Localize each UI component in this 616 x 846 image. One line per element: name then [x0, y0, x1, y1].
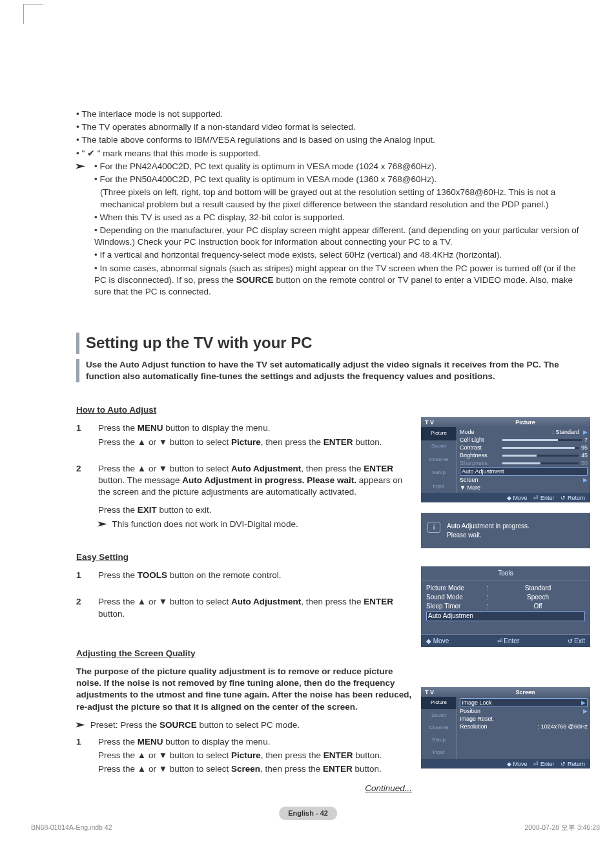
easy-step-1: 1 Press the TOOLS button on the remote c…: [76, 570, 412, 583]
sub-bullet: For the PN42A400C2D, PC text quality is …: [99, 161, 436, 171]
page-number-badge: English - 42: [279, 807, 337, 820]
right-arrow-icon: ▶: [583, 428, 588, 436]
nav-picture: Picture: [421, 427, 457, 440]
osd-screen-menu: T VScreen Picture Sound Channel Setup In…: [421, 687, 590, 769]
nav-sound: Sound: [421, 709, 457, 721]
page: • The interlace mode is not supported. •…: [0, 0, 616, 846]
nav-picture: Picture: [421, 697, 457, 709]
nav-channel: Channel: [421, 453, 457, 466]
section-intro: Use the Auto Adjust function to have the…: [76, 359, 590, 382]
sub-bullet: If a vertical and horizontal frequency-s…: [99, 250, 502, 260]
footer-right: 2008-07-28 오후 3:46:28: [524, 823, 600, 832]
crop-mark: [23, 4, 43, 24]
section-heading: Setting up the TV with your PC: [76, 333, 590, 353]
arrow-icon: ➤: [97, 519, 108, 529]
footer-left: BN68-01814A-Eng.indb 42: [31, 823, 112, 832]
bullet-text: " mark means that this mode is supported…: [95, 149, 260, 158]
arrow-icon: ➤: [75, 162, 86, 172]
osd-tools-menu: Tools Picture Mode:Standard Sound Mode:S…: [421, 566, 590, 647]
sub-bullet: When this TV is used as a PC display, 32…: [99, 212, 344, 222]
right-arrow-icon: ▶: [581, 699, 586, 707]
nav-sound: Sound: [421, 440, 457, 453]
arrow-icon: ➤: [75, 721, 86, 730]
nav-input: Input: [421, 747, 457, 759]
easy-heading: Easy Setting: [76, 552, 412, 563]
bullet-text: The interlace mode is not supported.: [81, 109, 223, 119]
info-icon: i: [427, 522, 440, 533]
top-bullet-list: • The interlace mode is not supported. •…: [76, 108, 590, 299]
osd-message-box: i Auto Adjustment in progress.Please wai…: [421, 513, 590, 548]
bullet-text: The TV operates abnormally if a non-stan…: [81, 122, 355, 132]
adjust-paragraph: The purpose of the picture quality adjus…: [76, 666, 412, 713]
source-keyword: SOURCE: [236, 275, 274, 285]
adjust-step-1: 1 Press the MENU button to display the m…: [76, 736, 412, 778]
continued-label: Continued...: [76, 783, 412, 794]
sub-bullet: For the PN50A400C2D, PC text quality is …: [99, 174, 436, 184]
sub-bullet: Depending on the manufacturer, your PC d…: [94, 225, 579, 247]
nav-input: Input: [421, 480, 457, 493]
step-2: 2 Press the ▲ or ▼ button to select Auto…: [76, 463, 412, 532]
howto-heading: How to Auto Adjust: [76, 404, 412, 416]
section-title: Setting up the TV with your PC: [86, 334, 313, 351]
sub-bullet: (Three pixels on left, right, top and bo…: [100, 187, 555, 209]
osd-picture-menu: T VPicture Picture Sound Channel Setup I…: [421, 417, 590, 502]
adjust-heading: Adjusting the Screen Quality: [76, 648, 412, 659]
nav-setup: Setup: [421, 466, 457, 479]
bullet-text: ": [81, 149, 87, 158]
right-arrow-icon: ▶: [583, 707, 588, 715]
nav-channel: Channel: [421, 722, 457, 734]
easy-step-2: 2 Press the ▲ or ▼ button to select Auto…: [76, 596, 412, 621]
right-arrow-icon: ▶: [583, 476, 588, 484]
bullet-text: The table above conforms to IBM/VESA reg…: [81, 135, 435, 145]
nav-setup: Setup: [421, 734, 457, 747]
step-1: 1 Press the MENU button to display the m…: [76, 422, 412, 449]
